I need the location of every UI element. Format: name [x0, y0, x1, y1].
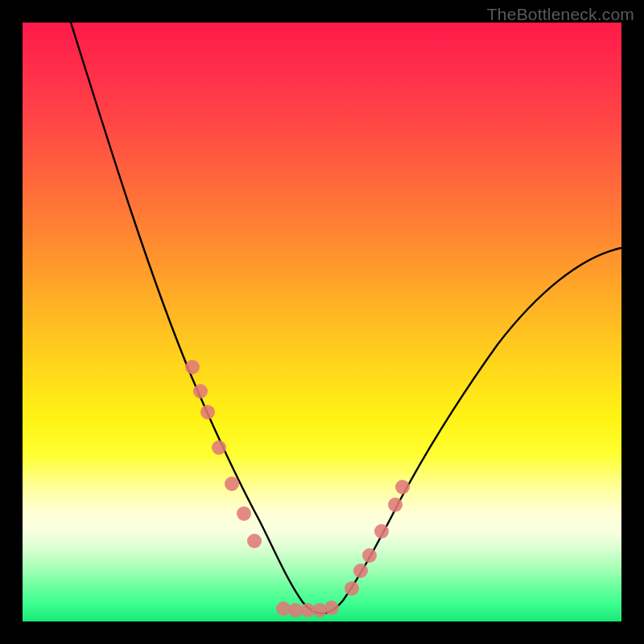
trough-dots	[276, 601, 339, 617]
svg-point-2	[200, 405, 215, 419]
bottleneck-curve	[71, 23, 621, 613]
svg-point-17	[324, 601, 339, 615]
svg-point-6	[247, 534, 262, 548]
svg-point-4	[225, 477, 239, 491]
right-branch-dots	[345, 480, 410, 596]
watermark: TheBottleneck.com	[487, 5, 634, 24]
svg-point-10	[374, 524, 389, 539]
curve-layer	[23, 23, 621, 621]
svg-point-5	[237, 506, 251, 521]
svg-point-0	[185, 360, 200, 374]
svg-point-8	[353, 564, 368, 578]
svg-point-1	[193, 384, 208, 398]
svg-point-11	[388, 497, 402, 512]
svg-point-16	[312, 603, 327, 617]
svg-point-9	[362, 548, 377, 563]
chart-container: TheBottleneck.com	[0, 0, 644, 644]
plot-area	[23, 23, 621, 621]
svg-point-12	[395, 480, 410, 494]
svg-point-7	[345, 581, 359, 596]
left-branch-dots	[185, 360, 262, 548]
svg-point-3	[212, 440, 226, 455]
